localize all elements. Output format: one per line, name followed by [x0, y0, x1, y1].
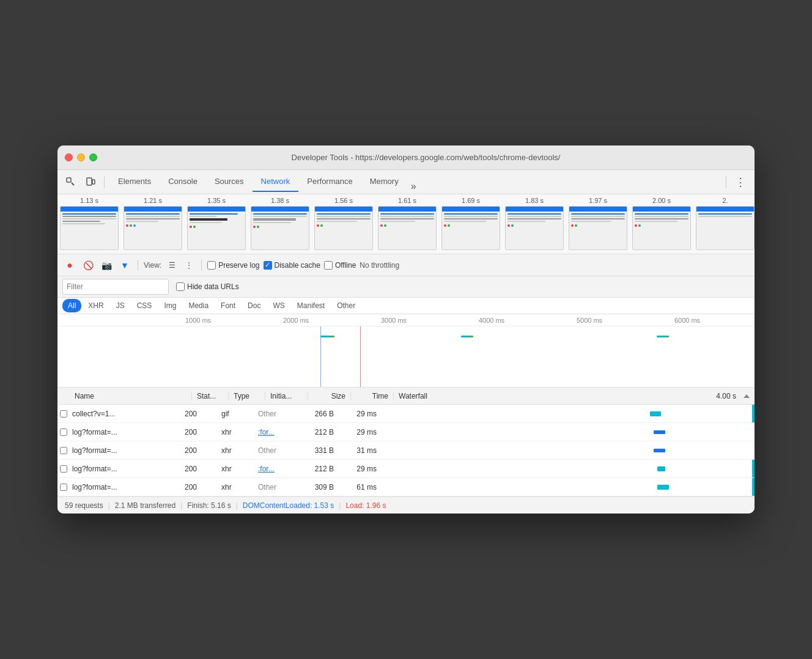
col-header-status[interactable]: Stat...	[192, 392, 229, 400]
film-frame[interactable]: 1.21 s	[121, 197, 185, 250]
row-checkbox[interactable]	[60, 447, 67, 454]
disable-cache-checkbox[interactable]: ✓ Disable cache	[264, 261, 320, 270]
type-filter-ws[interactable]: WS	[267, 299, 290, 312]
finish-time: Finish: 5.16 s	[187, 501, 231, 510]
film-frame[interactable]: 1.69 s	[439, 197, 503, 250]
row-status: 200	[180, 483, 216, 491]
col-header-name[interactable]: Name	[70, 392, 192, 400]
minimize-button[interactable]	[77, 153, 85, 161]
list-view-button[interactable]: ☰	[165, 259, 179, 272]
col-header-time[interactable]: Time	[351, 392, 394, 400]
type-filter-manifest[interactable]: Manifest	[292, 299, 330, 312]
table-row[interactable]: log?format=... 200 xhr :for... 212 B 29 …	[57, 423, 755, 441]
tab-memory[interactable]: Memory	[361, 172, 407, 192]
filter-toggle-button[interactable]: ▼	[117, 258, 132, 273]
row-size: 309 B	[296, 483, 339, 491]
preserve-log-checkbox[interactable]: Preserve log	[207, 261, 259, 270]
row-initiator[interactable]: :for...	[253, 465, 296, 473]
table-row[interactable]: log?format=... 200 xhr Other 309 B 61 ms	[57, 478, 755, 496]
film-frame[interactable]: 1.13 s	[57, 197, 121, 250]
type-filter-font[interactable]: Font	[215, 299, 241, 312]
row-checkbox[interactable]	[60, 429, 67, 436]
type-filter-bar: All XHR JS CSS Img Media Font Doc WS Man…	[57, 298, 755, 314]
traffic-lights	[65, 153, 97, 161]
requests-count: 59 requests	[65, 501, 103, 510]
type-filter-css[interactable]: CSS	[131, 299, 158, 312]
screenshot-button[interactable]: 📷	[99, 258, 114, 273]
type-filter-all[interactable]: All	[62, 299, 81, 312]
table-row[interactable]: log?format=... 200 xhr :for... 212 B 29 …	[57, 460, 755, 478]
close-button[interactable]	[65, 153, 73, 161]
toolbar-separator-2	[726, 176, 726, 188]
tab-network[interactable]: Network	[253, 172, 299, 192]
filter-bar: Hide data URLs	[57, 276, 755, 298]
devtools-toolbar: Elements Console Sources Network Perform…	[57, 170, 755, 194]
record-button[interactable]: ●	[62, 258, 77, 273]
title-bar: Developer Tools - https://developers.goo…	[57, 145, 755, 170]
col-header-size[interactable]: Size	[308, 392, 351, 400]
row-time: 29 ms	[339, 465, 382, 473]
row-size: 266 B	[296, 410, 339, 418]
row-size: 212 B	[296, 428, 339, 436]
col-header-type[interactable]: Type	[229, 392, 265, 400]
tab-console[interactable]: Console	[160, 172, 206, 192]
row-type: gif	[216, 410, 253, 418]
col-header-initiator[interactable]: Initia...	[265, 392, 308, 400]
device-toolbar-button[interactable]	[82, 174, 99, 191]
maximize-button[interactable]	[89, 153, 97, 161]
timeline-graph	[180, 326, 755, 388]
film-frame[interactable]: 1.38 s	[248, 197, 312, 250]
type-filter-xhr[interactable]: XHR	[83, 299, 109, 312]
sort-arrow-icon	[744, 394, 750, 398]
type-filter-media[interactable]: Media	[183, 299, 214, 312]
offline-checkbox[interactable]: Offline	[324, 261, 356, 270]
film-frame[interactable]: 1.83 s	[503, 197, 566, 250]
row-name: log?format=...	[70, 446, 180, 455]
film-frame[interactable]: 1.56 s	[312, 197, 375, 250]
film-frame[interactable]: 1.97 s	[566, 197, 630, 250]
throttling-label: No throttling	[360, 261, 399, 270]
tab-sources[interactable]: Sources	[206, 172, 253, 192]
row-type: xhr	[216, 446, 253, 455]
filmstrip: 1.13 s 1.21 s	[57, 194, 755, 254]
network-table: Name Stat... Type Initia... Size Time Wa…	[57, 388, 755, 496]
film-frame[interactable]: 2.	[693, 197, 755, 250]
devtools-menu-button[interactable]: ⋮	[731, 175, 750, 189]
type-filter-img[interactable]: Img	[158, 299, 182, 312]
row-initiator: Other	[253, 446, 296, 455]
view-label: View:	[144, 261, 161, 270]
type-filter-other[interactable]: Other	[331, 299, 361, 312]
film-frame[interactable]: 1.35 s	[185, 197, 248, 250]
row-checkbox[interactable]	[60, 410, 67, 418]
svg-rect-2	[92, 180, 95, 184]
svg-rect-0	[67, 178, 71, 182]
film-frame[interactable]: 2.00 s	[630, 197, 693, 250]
filter-input[interactable]	[67, 282, 164, 291]
status-bar: 59 requests | 2.1 MB transferred | Finis…	[57, 496, 755, 514]
col-header-waterfall[interactable]: Waterfall 4.00 s	[394, 392, 755, 400]
waterfall-view-button[interactable]: ⋮	[182, 259, 196, 272]
row-checkbox[interactable]	[60, 465, 67, 473]
type-filter-doc[interactable]: Doc	[242, 299, 266, 312]
row-initiator: Other	[253, 483, 296, 491]
type-filter-js[interactable]: JS	[111, 299, 130, 312]
inspect-element-button[interactable]	[62, 174, 79, 191]
film-frame[interactable]: 1.61 s	[375, 197, 439, 250]
row-initiator[interactable]: :for...	[253, 428, 296, 436]
more-tabs-button[interactable]: »	[407, 181, 420, 192]
clear-button[interactable]: 🚫	[81, 258, 95, 273]
row-size: 212 B	[296, 465, 339, 473]
devtools-window: Developer Tools - https://developers.goo…	[57, 145, 755, 514]
timeline-bar	[664, 336, 668, 337]
hide-data-urls-checkbox[interactable]: Hide data URLs	[176, 282, 239, 291]
row-name: collect?v=1...	[70, 410, 180, 418]
timeline-bar	[330, 336, 334, 337]
row-time: 31 ms	[339, 446, 382, 455]
load-stat: Load: 1.96 s	[345, 501, 386, 510]
table-row[interactable]: log?format=... 200 xhr Other 331 B 31 ms	[57, 441, 755, 460]
table-row[interactable]: collect?v=1... 200 gif Other 266 B 29 ms	[57, 405, 755, 423]
dom-content-loaded-stat: DOMContentLoaded: 1.53 s	[243, 501, 334, 510]
tab-elements[interactable]: Elements	[109, 172, 160, 192]
tab-performance[interactable]: Performance	[298, 172, 361, 192]
row-checkbox[interactable]	[60, 484, 67, 491]
